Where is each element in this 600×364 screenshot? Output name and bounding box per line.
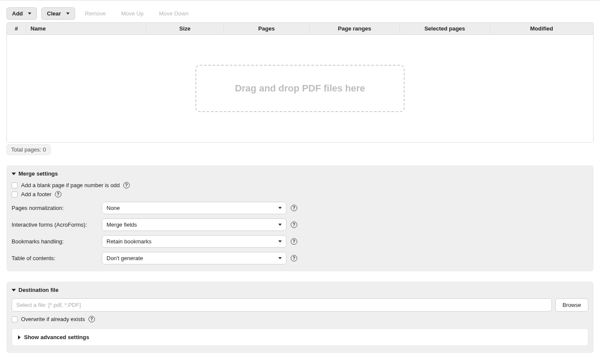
col-header-modified[interactable]: Modified — [490, 23, 593, 34]
chevron-down-icon — [12, 173, 16, 175]
help-icon[interactable]: ? — [88, 316, 95, 322]
destination-row: Select a file: [*.pdf, *.PDF] Browse — [12, 298, 588, 312]
advanced-settings-toggle[interactable]: Show advanced settings — [12, 328, 588, 346]
advanced-settings-label: Show advanced settings — [24, 334, 89, 340]
destination-input[interactable]: Select a file: [*.pdf, *.PDF] — [12, 298, 552, 312]
col-header-ranges[interactable]: Page ranges — [310, 23, 400, 34]
col-header-size[interactable]: Size — [146, 23, 224, 34]
file-toolbar: Add Clear Remove Move Up Move Down — [6, 7, 594, 20]
help-icon[interactable]: ? — [123, 182, 130, 188]
table-header: # Name Size Pages Page ranges Selected p… — [7, 23, 593, 35]
blank-page-row: Add a blank page if page number is odd ? — [12, 182, 588, 188]
help-icon[interactable]: ? — [55, 191, 61, 197]
bookmarks-value: Retain bookmarks — [107, 238, 152, 245]
normalization-value: None — [107, 205, 120, 211]
col-header-pages[interactable]: Pages — [224, 23, 310, 34]
move-down-button-label: Move Down — [159, 10, 189, 17]
overwrite-checkbox[interactable] — [12, 316, 18, 322]
help-icon[interactable]: ? — [291, 205, 297, 211]
help-icon[interactable]: ? — [291, 255, 297, 261]
overwrite-label: Overwrite if already exists — [21, 316, 85, 322]
help-icon[interactable]: ? — [291, 221, 297, 228]
footer-label: Add a footer — [21, 191, 52, 197]
help-icon[interactable]: ? — [291, 238, 297, 245]
bookmarks-row: Bookmarks handling: Retain bookmarks ? — [12, 235, 588, 248]
col-header-num[interactable]: # — [7, 23, 26, 34]
overwrite-row: Overwrite if already exists ? — [12, 316, 588, 322]
destination-title: Destination file — [18, 287, 58, 293]
remove-button: Remove — [79, 7, 111, 20]
toc-row: Table of contents: Don't generate ? — [12, 252, 588, 264]
merge-settings-panel: Merge settings Add a blank page if page … — [6, 165, 594, 271]
bookmarks-select[interactable]: Retain bookmarks — [102, 235, 286, 248]
merge-settings-title: Merge settings — [18, 170, 58, 177]
toc-value: Don't generate — [107, 255, 143, 261]
caret-down-icon — [278, 224, 282, 226]
caret-down-icon — [278, 257, 282, 259]
caret-down-icon — [66, 12, 70, 15]
acroforms-select[interactable]: Merge fields — [102, 218, 286, 231]
footer-row: Add a footer ? — [12, 191, 588, 197]
table-body[interactable]: Drag and drop PDF files here — [7, 35, 593, 142]
toc-label: Table of contents: — [12, 255, 102, 261]
acroforms-label: Interactive forms (AcroForms): — [12, 221, 102, 228]
caret-down-icon — [278, 240, 282, 243]
chevron-down-icon — [12, 289, 16, 291]
total-pages-status: Total pages: 0 — [6, 144, 51, 155]
col-header-selected[interactable]: Selected pages — [400, 23, 490, 34]
clear-button[interactable]: Clear — [41, 7, 75, 20]
destination-header[interactable]: Destination file — [12, 287, 588, 293]
chevron-right-icon — [18, 335, 21, 340]
normalization-row: Pages normalization: None ? — [12, 202, 588, 214]
normalization-label: Pages normalization: — [12, 205, 102, 211]
caret-down-icon — [28, 12, 31, 15]
acroforms-row: Interactive forms (AcroForms): Merge fie… — [12, 218, 588, 231]
toc-select[interactable]: Don't generate — [102, 252, 286, 264]
dropzone[interactable]: Drag and drop PDF files here — [195, 65, 405, 112]
browse-button[interactable]: Browse — [555, 298, 588, 312]
blank-page-checkbox[interactable] — [12, 182, 18, 188]
caret-down-icon — [278, 207, 282, 209]
add-button-label: Add — [12, 10, 23, 17]
file-table: # Name Size Pages Page ranges Selected p… — [6, 22, 594, 143]
top-divider — [0, 0, 600, 0]
col-header-name[interactable]: Name — [26, 23, 146, 34]
remove-button-label: Remove — [85, 10, 106, 17]
add-button[interactable]: Add — [6, 7, 37, 20]
move-up-button-label: Move Up — [121, 10, 143, 17]
merge-settings-header[interactable]: Merge settings — [12, 170, 588, 177]
move-down-button: Move Down — [153, 7, 194, 20]
normalization-select[interactable]: None — [102, 202, 286, 214]
destination-placeholder: Select a file: [*.pdf, *.PDF] — [16, 302, 81, 308]
clear-button-label: Clear — [47, 10, 61, 17]
move-up-button: Move Up — [116, 7, 149, 20]
page-content: Add Clear Remove Move Up Move Down # Nam… — [0, 7, 600, 364]
bookmarks-label: Bookmarks handling: — [12, 238, 102, 245]
destination-panel: Destination file Select a file: [*.pdf, … — [6, 282, 594, 353]
acroforms-value: Merge fields — [107, 221, 137, 228]
footer-checkbox[interactable] — [12, 191, 18, 197]
blank-page-label: Add a blank page if page number is odd — [21, 182, 120, 188]
